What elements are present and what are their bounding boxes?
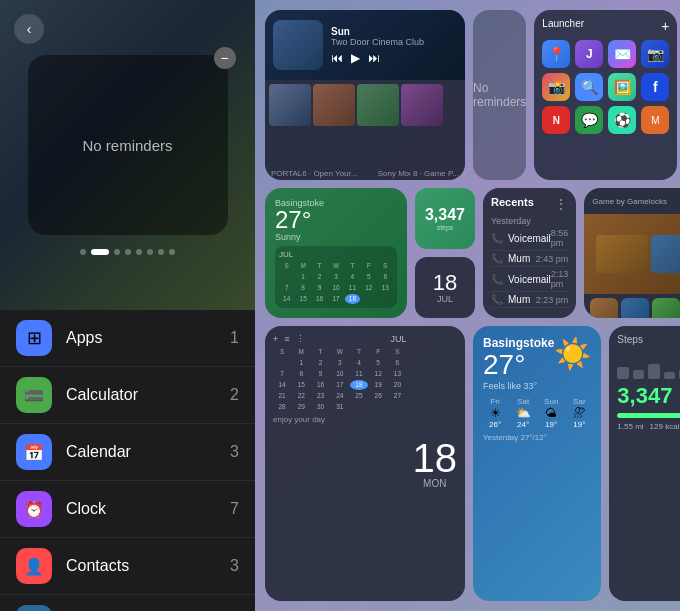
mini-cal-month: JUL	[279, 250, 393, 259]
music-footer: PORTAL6 · Open Your... Sony Mix 8 · Game…	[265, 167, 465, 180]
music-info: Sun Two Door Cinema Club ⏮ ▶ ⏭	[331, 26, 457, 65]
list-item-clock[interactable]: ⏰ Clock 7	[0, 481, 255, 538]
calendar-count: 3	[230, 443, 239, 461]
weather-desc-large: Feels like 33°	[483, 381, 554, 391]
launcher-widget: Launcher + 📍 J ✉️ 📷 📸 🔍 🖼️ f N 💬 ⚽ M	[534, 10, 677, 180]
weather-desc-small: Sunny	[275, 232, 397, 242]
yesterday-temp: Yesterday 27°/12°	[483, 433, 591, 442]
list-item-calculator[interactable]: 🟰 Calculator 2	[0, 367, 255, 424]
weather-small-widget: Basingstoke 27° Sunny JUL S M T W T F S	[265, 188, 407, 318]
netflix-app-icon[interactable]: N	[542, 106, 570, 134]
game-icon-1[interactable]	[590, 298, 618, 318]
missed-call-icon-1: 📞	[491, 233, 503, 244]
game-icons	[584, 294, 680, 318]
reminder-card: − No reminders	[28, 55, 228, 235]
forecast-day-3: Sun	[539, 397, 563, 406]
dot-2	[91, 249, 109, 255]
contacts-count: 3	[230, 557, 239, 575]
cal-hd-s2: S	[378, 261, 393, 271]
forecast-temp-1: 26°	[483, 420, 507, 429]
recents-options-button[interactable]: ⋮	[554, 196, 568, 212]
bar-2	[633, 370, 644, 379]
list-item-apps[interactable]: ⊞ Apps 1	[0, 310, 255, 367]
weather-temp-small: 27°	[275, 208, 397, 232]
steps-distance: 1.55 mi	[617, 422, 643, 431]
calendar-big-date: 18	[413, 438, 458, 478]
call-item-2[interactable]: 📞 Mum 2:43 pm	[491, 251, 568, 267]
list-item-galaxy-buds[interactable]: Wear Galaxy Buds Live Manager 1	[0, 595, 255, 611]
app-list: ⊞ Apps 1 🟰 Calculator 2 📅 Calendar 3 ⏰ C…	[0, 310, 255, 611]
cal-add-icon[interactable]: +	[273, 334, 278, 344]
googlelens-app-icon[interactable]: 🔍	[575, 73, 603, 101]
game-thumb-2	[651, 235, 680, 273]
call-item-1[interactable]: 📞 Voicemail 8:56 pm	[491, 226, 568, 251]
calendar-date-area: 18 MON	[413, 334, 458, 593]
bar-1	[617, 367, 628, 379]
mini-calendar: JUL S M T W T F S 1 2 3 4 5	[275, 246, 397, 308]
game-icon-2[interactable]	[621, 298, 649, 318]
play-button[interactable]: ▶	[351, 51, 360, 65]
music-controls: ⏮ ▶ ⏭	[331, 51, 457, 65]
forecast-icon-1: ☀	[483, 406, 507, 420]
call-name-3: Voicemail	[508, 274, 551, 285]
missed-call-icon-4: 📞	[491, 294, 503, 305]
back-button[interactable]: ‹	[14, 14, 44, 44]
music-albums	[265, 80, 465, 167]
call-name-1: Voicemail	[508, 233, 551, 244]
game-icon-3[interactable]	[652, 298, 680, 318]
call-item-3[interactable]: 📞 Voicemail 2:13 pm	[491, 267, 568, 292]
calculator-count: 2	[230, 386, 239, 404]
game-widget: Game by Gamelocks +	[584, 188, 680, 318]
next-button[interactable]: ⏭	[368, 51, 380, 65]
music-footer-right: Sony Mix 8 · Game P...	[378, 169, 459, 178]
steps-stats: 1.55 mi 129 kcal 1 floor	[617, 422, 680, 431]
calendar-day: MON	[423, 478, 446, 489]
music-footer-left: PORTAL6 · Open Your...	[271, 169, 357, 178]
cal-list-icon[interactable]: ≡	[284, 334, 289, 344]
steps-widget: Steps 3,347 1.55 mi 129 kcal 1 floor	[609, 326, 680, 601]
remove-widget-button[interactable]: −	[214, 47, 236, 69]
facebook-app-icon[interactable]: f	[641, 73, 669, 101]
galaxy-buds-icon: Wear	[16, 605, 52, 611]
photos-app-icon[interactable]: 🖼️	[608, 73, 636, 101]
list-item-contacts[interactable]: 👤 Contacts 3	[0, 538, 255, 595]
weather-temp-large: 27°	[483, 350, 554, 381]
weather-info: Basingstoke 27° Feels like 33°	[483, 336, 554, 391]
calendar-widget: + ≡ ⋮ JUL S M T W T F S 1 2 3 4	[265, 326, 465, 601]
steps-small-label: steps	[437, 224, 454, 231]
weather-large-widget: Basingstoke 27° Feels like 33° ☀️ Fri ☀ …	[473, 326, 601, 601]
music-cover	[273, 20, 323, 70]
samsung-app-icon[interactable]: 📷	[641, 40, 669, 68]
whatsapp-app-icon[interactable]: 💬	[575, 106, 603, 134]
forecast-3: Sun 🌤 19°	[539, 397, 563, 429]
list-item-calendar[interactable]: 📅 Calendar 3	[0, 424, 255, 481]
steps-small-count: 3,347	[425, 206, 465, 224]
music-top: Sun Two Door Cinema Club ⏮ ▶ ⏭	[265, 10, 465, 80]
call-item-4[interactable]: 📞 Mum 2:23 pm	[491, 292, 568, 308]
game-thumbnails	[596, 235, 680, 273]
launcher-header: Launcher +	[542, 18, 669, 34]
weather-top-row: Basingstoke 27° Feels like 33° ☀️	[483, 336, 591, 391]
call-time-3: 2:13 pm	[551, 269, 569, 289]
launcher-add-button[interactable]: +	[661, 18, 669, 34]
forecast-icon-2: ⛅	[511, 406, 535, 420]
mlb-app-icon[interactable]: M	[641, 106, 669, 134]
bar-3	[648, 364, 659, 379]
health-app-icon[interactable]: ⚽	[608, 106, 636, 134]
messenger-app-icon[interactable]: ✉️	[608, 40, 636, 68]
maps-app-icon[interactable]: 📍	[542, 40, 570, 68]
cal-hd-f: F	[361, 261, 376, 271]
instagram-app-icon[interactable]: 📸	[542, 73, 570, 101]
forecast-temp-3: 19°	[539, 420, 563, 429]
launcher-grid: 📍 J ✉️ 📷 📸 🔍 🖼️ f N 💬 ⚽ M	[542, 40, 669, 134]
call-name-2: Mum	[508, 253, 536, 264]
dot-4	[125, 249, 131, 255]
cal-options-icon[interactable]: ⋮	[296, 334, 305, 344]
jw-app-icon[interactable]: J	[575, 40, 603, 68]
dot-8	[169, 249, 175, 255]
album-3	[357, 84, 399, 126]
no-reminder-small-widget: No reminders	[473, 10, 526, 180]
date-big: 18	[433, 272, 457, 294]
prev-button[interactable]: ⏮	[331, 51, 343, 65]
steps-bars	[617, 349, 680, 379]
